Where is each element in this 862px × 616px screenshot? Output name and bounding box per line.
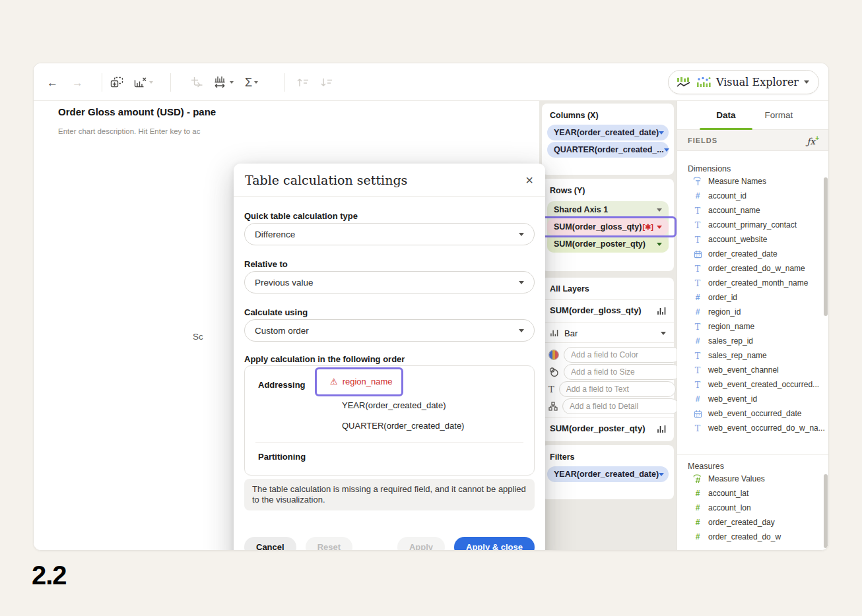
pill-label: YEAR(order_created_date) bbox=[554, 470, 659, 479]
relative-to-select[interactable]: Previous value bbox=[244, 271, 535, 293]
add-panel-button[interactable] bbox=[110, 76, 123, 89]
page-label: 2.2 bbox=[32, 561, 67, 590]
field-row[interactable]: # T bbox=[677, 377, 829, 392]
apply-and-close-button[interactable]: Apply & close bbox=[454, 537, 535, 551]
field-row[interactable]: # T bbox=[677, 392, 829, 406]
relative-to-label: Relative to bbox=[244, 259, 288, 269]
reset-button[interactable]: Reset bbox=[306, 537, 352, 551]
annotation-highlight: ⚠ region_name bbox=[315, 367, 403, 396]
field-row[interactable]: # T bbox=[677, 203, 829, 218]
tab-data[interactable]: Data bbox=[700, 101, 752, 129]
field-row[interactable]: # T bbox=[677, 290, 829, 305]
shelf-strip: Columns (X) YEAR(order_created_date) QUA… bbox=[539, 101, 677, 550]
dimensions-label: Dimensions bbox=[688, 164, 731, 173]
calculate-using-select[interactable]: Custom order bbox=[244, 319, 535, 342]
chart-title[interactable]: Order Gloss amount (USD) - pane bbox=[58, 106, 216, 117]
text-field-icon: T bbox=[693, 380, 702, 390]
axis-settings-button[interactable] bbox=[213, 76, 234, 89]
measures-list: # T bbox=[677, 472, 829, 544]
layer-poster-label[interactable]: SUM(order_poster_qty) bbox=[550, 423, 645, 433]
field-row[interactable]: # T bbox=[677, 348, 829, 363]
pill-label: QUARTER(order_created_... bbox=[554, 145, 664, 154]
color-field-input[interactable] bbox=[564, 347, 680, 363]
tab-format[interactable]: Format bbox=[752, 101, 805, 129]
field-row[interactable]: # T bbox=[677, 530, 829, 544]
addressing-item[interactable]: YEAR(order_created_date) bbox=[342, 400, 446, 410]
filters-shelf: Filters YEAR(order_created_date) bbox=[542, 445, 674, 499]
text-field-input[interactable] bbox=[559, 381, 676, 397]
add-calculated-field-button[interactable]: ƒx+ bbox=[807, 135, 819, 146]
field-row[interactable]: # T bbox=[677, 486, 829, 501]
toolbar: ← → bbox=[34, 63, 828, 101]
sort-ascending-button[interactable] bbox=[296, 76, 310, 89]
forward-button[interactable]: → bbox=[72, 76, 83, 89]
column-pill-year[interactable]: YEAR(order_created_date) bbox=[547, 125, 669, 140]
filter-pill-year[interactable]: YEAR(order_created_date) bbox=[547, 466, 669, 482]
column-pill-quarter[interactable]: QUARTER(order_created_... bbox=[547, 142, 669, 158]
addressing-error-item[interactable]: ⚠ region_name bbox=[330, 377, 393, 386]
aggregation-button[interactable]: Σ bbox=[245, 76, 258, 89]
field-row[interactable]: # T bbox=[677, 406, 829, 421]
field-row[interactable]: # T bbox=[677, 261, 829, 276]
detail-field-input[interactable] bbox=[562, 398, 679, 414]
pill-label: SUM(order_poster_qty) bbox=[554, 239, 646, 249]
field-row[interactable]: # T bbox=[677, 501, 829, 515]
field-row[interactable]: # T bbox=[677, 232, 829, 247]
transform-button[interactable] bbox=[191, 76, 204, 89]
select-caret bbox=[519, 233, 524, 236]
visualization-type-switcher[interactable]: Visual Explorer bbox=[668, 70, 819, 94]
text-field-icon: T bbox=[693, 351, 702, 361]
field-row[interactable]: # T bbox=[677, 189, 829, 203]
pill-caret bbox=[657, 243, 662, 246]
size-field-input[interactable] bbox=[564, 364, 680, 380]
divider bbox=[542, 299, 674, 300]
text-field-icon: T bbox=[693, 423, 702, 433]
remove-chart-button[interactable] bbox=[134, 76, 153, 89]
scatter-bar-chart-icon bbox=[696, 77, 711, 88]
field-row[interactable]: # T bbox=[677, 174, 829, 189]
field-label: web_event_created_occurred... bbox=[708, 380, 819, 389]
chart-description[interactable]: Enter chart description. Hit Enter key t… bbox=[58, 127, 200, 135]
mark-type-select[interactable]: Bar bbox=[542, 324, 674, 342]
shared-axis-pill[interactable]: Shared Axis 1 bbox=[547, 201, 669, 218]
scrollbar-thumb[interactable] bbox=[824, 177, 828, 316]
number-field-icon: # bbox=[693, 293, 702, 301]
field-row[interactable]: # T bbox=[677, 319, 829, 334]
field-row[interactable]: # T bbox=[677, 247, 829, 261]
layer-gloss-label[interactable]: SUM(order_gloss_qty) bbox=[550, 305, 642, 315]
field-row[interactable]: # T bbox=[677, 218, 829, 232]
field-label: region_id bbox=[708, 307, 741, 317]
number-field-icon: # bbox=[693, 308, 702, 316]
cancel-button[interactable]: Cancel bbox=[244, 537, 296, 551]
number-field-icon: # bbox=[693, 504, 702, 512]
field-row[interactable]: # T bbox=[677, 334, 829, 348]
field-row[interactable]: # T bbox=[677, 421, 829, 435]
histogram-axis-icon bbox=[213, 76, 228, 89]
field-row[interactable]: # T bbox=[677, 472, 829, 486]
quick-type-select[interactable]: Difference bbox=[244, 223, 535, 245]
pill-caret bbox=[657, 208, 662, 212]
field-row[interactable]: # T bbox=[677, 305, 829, 319]
addressing-item[interactable]: QUARTER(order_created_date) bbox=[342, 421, 464, 431]
row-pill-gloss-error[interactable]: SUM(order_gloss_qty) [✱] bbox=[547, 218, 669, 235]
bar-marks-icon bbox=[550, 329, 558, 337]
field-row[interactable]: # T bbox=[677, 363, 829, 377]
field-row[interactable]: # T bbox=[677, 515, 829, 530]
measure-values-icon bbox=[693, 474, 702, 483]
scrollbar-thumb[interactable] bbox=[824, 474, 828, 548]
number-field-icon: # bbox=[693, 337, 702, 345]
addressing-label: Addressing bbox=[258, 380, 306, 390]
addressing-error-field: region_name bbox=[343, 377, 393, 386]
apply-button[interactable]: Apply bbox=[397, 537, 445, 551]
back-icon: ← bbox=[47, 77, 58, 88]
data-panel: Data Format FIELDS ƒx+ Dimensions bbox=[677, 101, 829, 550]
back-button[interactable]: ← bbox=[47, 76, 58, 89]
row-pill-poster[interactable]: SUM(order_poster_qty) bbox=[547, 235, 669, 253]
modal-title: Table calculation settings bbox=[245, 173, 407, 187]
sort-descending-button[interactable] bbox=[320, 76, 333, 89]
toolbar-divider bbox=[102, 73, 102, 92]
field-label: account_name bbox=[708, 206, 760, 215]
close-icon[interactable]: × bbox=[525, 173, 533, 187]
field-label: order_created_do_w_name bbox=[708, 264, 805, 273]
field-row[interactable]: # T bbox=[677, 276, 829, 290]
